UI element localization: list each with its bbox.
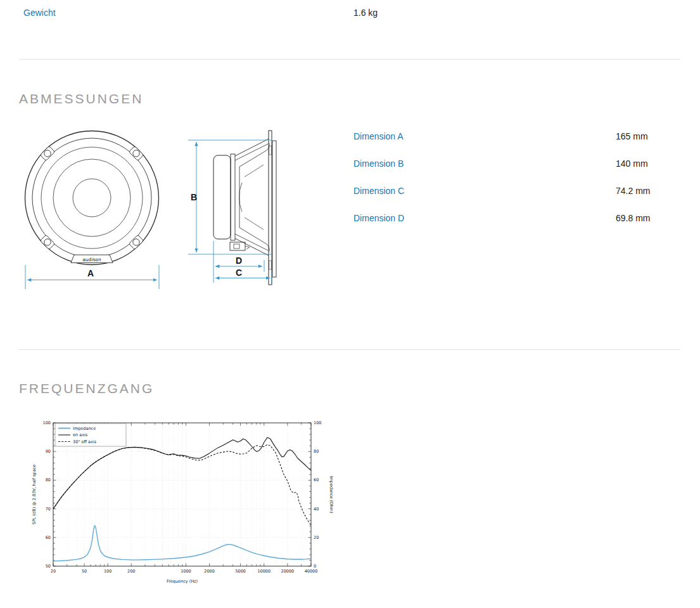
screw-tab-top-right [129, 146, 143, 160]
section-divider [19, 59, 680, 60]
screw-tab-top-left [40, 146, 54, 160]
dimension-c-label[interactable]: Dimension C [353, 186, 404, 196]
svg-text:SPL (dB) @ 2.83V, half space: SPL (dB) @ 2.83V, half space [32, 465, 37, 524]
speaker-front-view: audison [25, 131, 159, 265]
svg-text:1000: 1000 [181, 569, 191, 574]
svg-text:30° off axis: 30° off axis [73, 439, 97, 444]
svg-text:90: 90 [46, 449, 51, 454]
svg-text:Impedance (Ohm): Impedance (Ohm) [329, 476, 334, 514]
dimension-b-label[interactable]: Dimension B [353, 158, 404, 169]
screw-tab-bottom-left [40, 235, 54, 249]
svg-text:0: 0 [314, 564, 316, 569]
dim-c-arrow [215, 273, 272, 283]
svg-text:10000: 10000 [257, 569, 270, 574]
svg-text:100: 100 [314, 420, 321, 425]
magnet [213, 155, 231, 239]
svg-text:20000: 20000 [281, 569, 295, 574]
dimension-d-value: 69.8 mm [616, 213, 650, 223]
svg-text:on axis: on axis [73, 432, 88, 437]
dimension-a-value: 165 mm [616, 131, 648, 141]
svg-text:Frequency (Hz): Frequency (Hz) [167, 579, 198, 584]
svg-text:80: 80 [314, 449, 319, 454]
svg-text:70: 70 [46, 507, 51, 512]
terminal-block [230, 242, 250, 250]
svg-text:2000: 2000 [204, 569, 215, 574]
dimension-a-label[interactable]: Dimension A [353, 131, 404, 141]
dim-d-label: D [236, 255, 242, 266]
dim-a-label: A [87, 268, 94, 278]
svg-text:50: 50 [82, 569, 87, 574]
svg-text:80: 80 [46, 477, 51, 482]
speaker-dimensions-drawing: audison A B [19, 120, 285, 295]
section-divider [19, 349, 680, 350]
speaker-side-view [213, 131, 276, 285]
frequency-section-title: FREQUENZGANG [19, 381, 154, 396]
dimension-c-value: 74.2 mm [616, 186, 650, 196]
spec-label-weight[interactable]: Gewicht [23, 8, 56, 17]
svg-text:Impedance: Impedance [73, 426, 96, 431]
frequency-response-chart: 2050100200100020005000100002000040000506… [25, 412, 355, 602]
svg-text:20: 20 [51, 569, 56, 574]
svg-text:50: 50 [46, 564, 51, 569]
dim-b-label: B [191, 192, 197, 202]
svg-text:100: 100 [43, 420, 51, 425]
svg-text:40000: 40000 [305, 569, 318, 574]
spec-value-weight: 1.6 kg [353, 8, 378, 17]
svg-text:60: 60 [46, 535, 51, 540]
svg-text:40: 40 [314, 507, 319, 512]
svg-text:20: 20 [314, 535, 319, 540]
dimensions-section-title: ABMESSUNGEN [19, 91, 143, 107]
brand-label: audison [82, 257, 101, 262]
svg-text:200: 200 [127, 569, 135, 574]
dim-c-label: C [236, 268, 242, 278]
dimension-b-value: 140 mm [616, 158, 648, 169]
screw-tab-bottom-right [129, 235, 143, 249]
svg-text:100: 100 [104, 569, 111, 574]
dimension-d-label[interactable]: Dimension D [353, 213, 404, 223]
svg-text:5000: 5000 [235, 569, 246, 574]
svg-text:60: 60 [314, 477, 319, 482]
